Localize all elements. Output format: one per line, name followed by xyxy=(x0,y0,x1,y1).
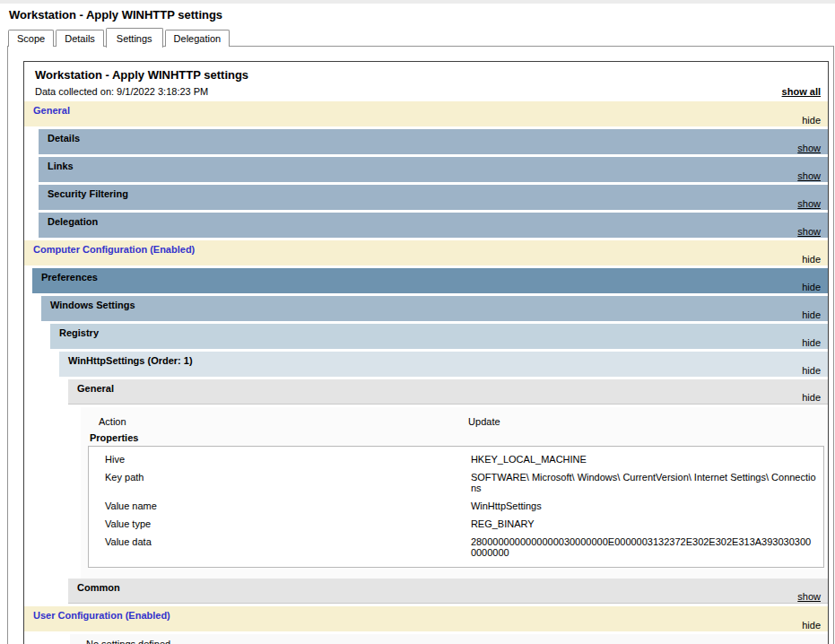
section-user-configuration: User Configuration (Enabled) hide xyxy=(24,606,828,631)
section-details: Details show xyxy=(39,129,828,154)
section-computer-configuration-label: Computer Configuration (Enabled) xyxy=(33,244,195,255)
property-row-hive: Hive HKEY_LOCAL_MACHINE xyxy=(89,450,823,468)
property-name: Value type xyxy=(89,515,471,533)
section-general: General hide xyxy=(24,101,828,126)
section-registry-toggle[interactable]: hide xyxy=(802,337,821,348)
section-windows-settings-toggle[interactable]: hide xyxy=(802,309,821,320)
property-name: Value name xyxy=(89,497,471,515)
property-name: Key path xyxy=(89,468,471,497)
action-row: Action Update xyxy=(81,414,826,429)
window-title: Workstation - Apply WINHTTP settings xyxy=(9,8,222,22)
user-configuration-empty-message: No settings defined. xyxy=(70,634,828,644)
property-value: HKEY_LOCAL_MACHINE xyxy=(471,450,823,468)
section-item-common: Common show xyxy=(68,579,828,604)
gpo-settings-report: Workstation - Apply WINHTTP settings Dat… xyxy=(23,61,829,644)
property-value: 2800000000000000030000000E0000003132372E… xyxy=(471,533,823,561)
section-general-toggle[interactable]: hide xyxy=(802,115,821,126)
section-security-filtering: Security Filtering show xyxy=(39,185,828,210)
section-general-label: General xyxy=(33,105,70,116)
tab-settings[interactable]: Settings xyxy=(106,28,163,48)
property-row-value-data: Value data 2800000000000000030000000E000… xyxy=(89,533,823,561)
section-winhttpsettings-label: WinHttpSettings (Order: 1) xyxy=(68,355,193,366)
tab-delegation[interactable]: Delegation xyxy=(165,30,230,47)
section-user-configuration-toggle[interactable]: hide xyxy=(802,620,821,631)
section-delegation-toggle[interactable]: show xyxy=(797,226,821,237)
section-delegation: Delegation show xyxy=(39,213,828,238)
section-details-toggle[interactable]: show xyxy=(797,143,821,153)
section-item-common-toggle[interactable]: show xyxy=(797,591,821,602)
action-label: Action xyxy=(81,414,468,429)
properties-heading: Properties xyxy=(81,429,826,446)
property-name: Hive xyxy=(89,450,471,468)
section-windows-settings-label: Windows Settings xyxy=(50,300,135,310)
property-value: SOFTWARE\ Microsoft\ Windows\ CurrentVer… xyxy=(471,468,823,497)
section-item-general-label: General xyxy=(77,383,114,394)
section-links: Links show xyxy=(39,157,828,182)
properties-table: Hive HKEY_LOCAL_MACHINE Key path SOFTWAR… xyxy=(88,446,824,568)
section-item-common-label: Common xyxy=(77,582,120,593)
property-name: Value data xyxy=(89,533,471,561)
property-row-value-type: Value type REG_BINARY xyxy=(89,515,823,533)
section-winhttpsettings: WinHttpSettings (Order: 1) hide xyxy=(59,352,828,377)
tab-details[interactable]: Details xyxy=(56,30,104,47)
section-item-general: General hide xyxy=(68,379,828,405)
section-links-toggle[interactable]: show xyxy=(797,170,821,181)
section-preferences-toggle[interactable]: hide xyxy=(802,282,821,292)
section-links-label: Links xyxy=(48,161,74,171)
section-computer-configuration: Computer Configuration (Enabled) hide xyxy=(24,240,828,265)
section-delegation-label: Delegation xyxy=(48,216,98,227)
section-security-filtering-label: Security Filtering xyxy=(48,188,128,199)
section-computer-configuration-toggle[interactable]: hide xyxy=(802,254,821,265)
property-value: WinHttpSettings xyxy=(471,497,823,515)
window-top-edge xyxy=(0,0,835,4)
show-all-link[interactable]: show all xyxy=(782,86,821,97)
settings-tab-page: Workstation - Apply WINHTTP settings Dat… xyxy=(7,46,834,644)
section-windows-settings: Windows Settings hide xyxy=(41,296,828,321)
property-row-value-name: Value name WinHttpSettings xyxy=(89,497,823,515)
section-security-filtering-toggle[interactable]: show xyxy=(797,198,821,209)
action-value: Update xyxy=(468,414,826,429)
section-preferences-label: Preferences xyxy=(41,272,98,283)
report-collected-timestamp: Data collected on: 9/1/2022 3:18:23 PM xyxy=(35,86,819,97)
report-title: Workstation - Apply WINHTTP settings xyxy=(35,68,819,82)
tab-scope[interactable]: Scope xyxy=(8,30,54,47)
section-user-configuration-label: User Configuration (Enabled) xyxy=(33,610,170,621)
section-registry-label: Registry xyxy=(59,327,99,338)
registry-item-details: Action Update Properties Hive HKEY_LOCAL… xyxy=(81,407,828,579)
property-value: REG_BINARY xyxy=(471,515,823,533)
section-preferences: Preferences hide xyxy=(32,268,828,293)
property-row-key-path: Key path SOFTWARE\ Microsoft\ Windows\ C… xyxy=(89,468,823,497)
section-details-label: Details xyxy=(48,133,80,144)
report-header: Workstation - Apply WINHTTP settings Dat… xyxy=(24,62,828,101)
section-item-general-toggle[interactable]: hide xyxy=(802,392,821,403)
section-registry: Registry hide xyxy=(50,324,828,349)
tab-bar: Scope Details Settings Delegation xyxy=(8,28,231,47)
section-winhttpsettings-toggle[interactable]: hide xyxy=(802,365,821,376)
